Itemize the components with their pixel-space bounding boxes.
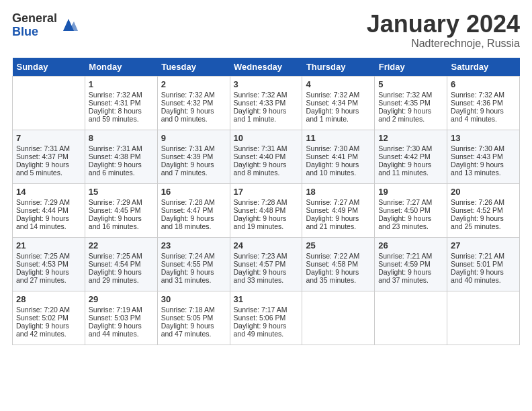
sunset-time: Sunset: 4:31 PM xyxy=(89,99,141,107)
sunrise-time: Sunrise: 7:18 AM xyxy=(161,306,215,314)
sunrise-time: Sunrise: 7:17 AM xyxy=(234,306,287,314)
table-row xyxy=(375,291,447,345)
sunrise-time: Sunrise: 7:31 AM xyxy=(161,144,215,152)
col-thursday: Thursday xyxy=(302,58,375,77)
sunrise-time: Sunrise: 7:21 AM xyxy=(451,252,504,260)
day-number: 15 xyxy=(89,187,154,197)
daylight-hours: Daylight: 9 hours and 10 minutes. xyxy=(306,161,359,177)
title-block: January 2024 Nadterechnoje, Russia xyxy=(367,12,520,50)
sunrise-time: Sunrise: 7:29 AM xyxy=(89,198,142,206)
table-row: 2 Sunrise: 7:32 AM Sunset: 4:32 PM Dayli… xyxy=(157,77,230,130)
day-number: 27 xyxy=(451,240,516,250)
daylight-hours: Daylight: 9 hours and 25 minutes. xyxy=(451,214,504,230)
table-row: 20 Sunrise: 7:26 AM Sunset: 4:52 PM Dayl… xyxy=(447,184,520,238)
daylight-hours: Daylight: 9 hours and 7 minutes. xyxy=(161,161,214,177)
daylight-hours: Daylight: 9 hours and 1 minute. xyxy=(234,107,287,123)
sunset-time: Sunset: 4:52 PM xyxy=(451,206,503,214)
sunrise-time: Sunrise: 7:32 AM xyxy=(234,91,287,99)
sunrise-time: Sunrise: 7:31 AM xyxy=(89,144,142,152)
col-wednesday: Wednesday xyxy=(230,58,302,77)
header: General Blue January 2024 Nadterechnoje,… xyxy=(12,12,520,50)
table-row xyxy=(302,291,375,345)
day-number: 17 xyxy=(234,187,299,197)
sunrise-time: Sunrise: 7:28 AM xyxy=(234,198,287,206)
table-row: 19 Sunrise: 7:27 AM Sunset: 4:50 PM Dayl… xyxy=(375,184,447,238)
table-row: 21 Sunrise: 7:25 AM Sunset: 4:53 PM Dayl… xyxy=(13,238,85,291)
daylight-hours: Daylight: 9 hours and 5 minutes. xyxy=(16,161,69,177)
daylight-hours: Daylight: 9 hours and 31 minutes. xyxy=(161,268,214,284)
day-number: 7 xyxy=(16,133,81,143)
day-number: 31 xyxy=(234,294,299,304)
calendar-week-1: 7 Sunrise: 7:31 AM Sunset: 4:37 PM Dayli… xyxy=(13,130,520,184)
daylight-hours: Daylight: 9 hours and 40 minutes. xyxy=(451,268,504,284)
sunrise-time: Sunrise: 7:21 AM xyxy=(378,252,432,260)
sunset-time: Sunset: 4:55 PM xyxy=(161,260,214,268)
sunset-time: Sunset: 4:42 PM xyxy=(378,152,431,161)
daylight-hours: Daylight: 9 hours and 47 minutes. xyxy=(161,322,214,338)
sunset-time: Sunset: 4:41 PM xyxy=(306,152,358,161)
day-number: 29 xyxy=(89,294,154,304)
sunset-time: Sunset: 4:38 PM xyxy=(89,152,141,161)
sunrise-time: Sunrise: 7:25 AM xyxy=(89,252,142,260)
sunrise-time: Sunrise: 7:19 AM xyxy=(89,306,142,314)
col-tuesday: Tuesday xyxy=(157,58,230,77)
table-row: 17 Sunrise: 7:28 AM Sunset: 4:48 PM Dayl… xyxy=(230,184,302,238)
sunrise-time: Sunrise: 7:32 AM xyxy=(378,91,432,99)
table-row: 8 Sunrise: 7:31 AM Sunset: 4:38 PM Dayli… xyxy=(85,130,157,184)
day-number: 10 xyxy=(234,133,299,143)
header-row: Sunday Monday Tuesday Wednesday Thursday… xyxy=(13,58,520,77)
col-friday: Friday xyxy=(375,58,447,77)
day-number: 6 xyxy=(451,79,516,89)
table-row: 10 Sunrise: 7:31 AM Sunset: 4:40 PM Dayl… xyxy=(230,130,302,184)
daylight-hours: Daylight: 9 hours and 1 minute. xyxy=(306,107,359,123)
calendar-table: Sunday Monday Tuesday Wednesday Thursday… xyxy=(12,58,520,345)
calendar-week-4: 28 Sunrise: 7:20 AM Sunset: 5:02 PM Dayl… xyxy=(13,291,520,345)
table-row: 7 Sunrise: 7:31 AM Sunset: 4:37 PM Dayli… xyxy=(13,130,85,184)
sunset-time: Sunset: 4:54 PM xyxy=(89,260,141,268)
daylight-hours: Daylight: 9 hours and 16 minutes. xyxy=(89,214,142,230)
table-row: 28 Sunrise: 7:20 AM Sunset: 5:02 PM Dayl… xyxy=(13,291,85,345)
day-number: 9 xyxy=(161,133,226,143)
day-number: 16 xyxy=(161,187,226,197)
col-monday: Monday xyxy=(85,58,157,77)
sunrise-time: Sunrise: 7:25 AM xyxy=(16,252,70,260)
calendar-subtitle: Nadterechnoje, Russia xyxy=(367,38,520,50)
sunrise-time: Sunrise: 7:32 AM xyxy=(161,91,215,99)
table-row: 11 Sunrise: 7:30 AM Sunset: 4:41 PM Dayl… xyxy=(302,130,375,184)
sunset-time: Sunset: 4:45 PM xyxy=(89,206,141,214)
table-row: 18 Sunrise: 7:27 AM Sunset: 4:49 PM Dayl… xyxy=(302,184,375,238)
daylight-hours: Daylight: 9 hours and 4 minutes. xyxy=(451,107,504,123)
sunset-time: Sunset: 4:49 PM xyxy=(306,206,358,214)
sunset-time: Sunset: 4:33 PM xyxy=(234,99,286,107)
sunset-time: Sunset: 4:35 PM xyxy=(378,99,431,107)
daylight-hours: Daylight: 9 hours and 33 minutes. xyxy=(234,268,287,284)
table-row: 23 Sunrise: 7:24 AM Sunset: 4:55 PM Dayl… xyxy=(157,238,230,291)
day-number: 14 xyxy=(16,187,81,197)
daylight-hours: Daylight: 9 hours and 44 minutes. xyxy=(89,322,142,338)
page: General Blue January 2024 Nadterechnoje,… xyxy=(0,0,532,352)
calendar-week-3: 21 Sunrise: 7:25 AM Sunset: 4:53 PM Dayl… xyxy=(13,238,520,291)
logo-icon xyxy=(59,16,78,35)
sunset-time: Sunset: 4:39 PM xyxy=(161,152,214,161)
sunset-time: Sunset: 5:02 PM xyxy=(16,314,69,322)
table-row: 6 Sunrise: 7:32 AM Sunset: 4:36 PM Dayli… xyxy=(447,77,520,130)
logo: General Blue xyxy=(12,12,78,39)
daylight-hours: Daylight: 9 hours and 14 minutes. xyxy=(16,214,69,230)
sunrise-time: Sunrise: 7:23 AM xyxy=(234,252,287,260)
daylight-hours: Daylight: 9 hours and 11 minutes. xyxy=(378,161,431,177)
daylight-hours: Daylight: 9 hours and 13 minutes. xyxy=(451,161,504,177)
sunrise-time: Sunrise: 7:28 AM xyxy=(161,198,215,206)
day-number: 19 xyxy=(378,187,443,197)
day-number: 5 xyxy=(378,79,443,89)
daylight-hours: Daylight: 9 hours and 18 minutes. xyxy=(161,214,214,230)
logo-text: General Blue xyxy=(12,12,57,39)
daylight-hours: Daylight: 9 hours and 42 minutes. xyxy=(16,322,69,338)
day-number: 20 xyxy=(451,187,516,197)
table-row: 13 Sunrise: 7:30 AM Sunset: 4:43 PM Dayl… xyxy=(447,130,520,184)
table-row: 1 Sunrise: 7:32 AM Sunset: 4:31 PM Dayli… xyxy=(85,77,157,130)
logo-general: General xyxy=(12,12,57,26)
daylight-hours: Daylight: 9 hours and 35 minutes. xyxy=(306,268,359,284)
table-row: 31 Sunrise: 7:17 AM Sunset: 5:06 PM Dayl… xyxy=(230,291,302,345)
sunrise-time: Sunrise: 7:30 AM xyxy=(306,144,359,152)
table-row: 14 Sunrise: 7:29 AM Sunset: 4:44 PM Dayl… xyxy=(13,184,85,238)
